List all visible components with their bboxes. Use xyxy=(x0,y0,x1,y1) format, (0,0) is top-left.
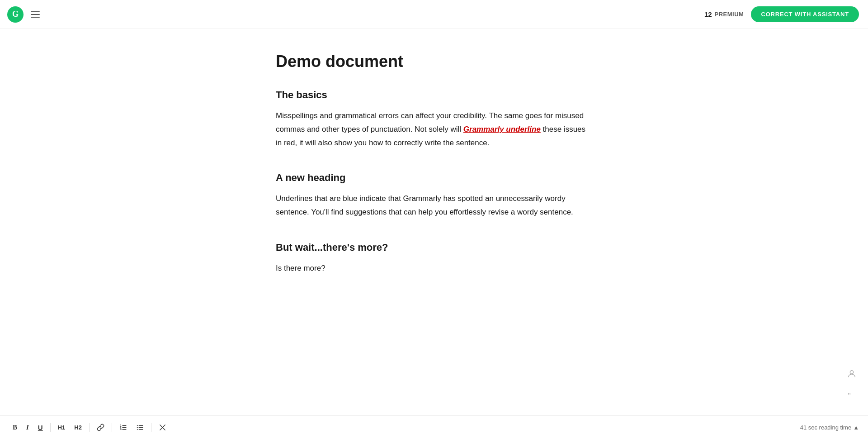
premium-badge: 12 PREMIUM xyxy=(704,10,744,18)
quote-icon[interactable]: " xyxy=(844,388,859,403)
section-new-heading: A new heading Underlines that are blue i… xyxy=(276,172,592,219)
reading-time: 41 sec reading time ▲ xyxy=(800,424,859,431)
svg-text:3.: 3. xyxy=(120,428,122,430)
right-side-icons: " xyxy=(844,367,859,403)
grammarly-logo[interactable]: G xyxy=(7,6,24,23)
premium-label: PREMIUM xyxy=(715,11,744,18)
reading-time-icon: ▲ xyxy=(853,424,859,431)
h2-button[interactable]: H2 xyxy=(71,421,85,434)
section-paragraph-new: Underlines that are blue indicate that G… xyxy=(276,192,592,219)
toolbar-divider-2 xyxy=(89,423,90,432)
italic-button[interactable]: I xyxy=(23,421,33,434)
formatting-toolbar: B I U H1 H2 1. 2. 3. xyxy=(0,415,868,439)
svg-point-12 xyxy=(137,427,138,428)
bold-button[interactable]: B xyxy=(9,421,21,434)
svg-point-0 xyxy=(850,371,853,374)
clear-formatting-button[interactable] xyxy=(155,421,170,434)
premium-count: 12 xyxy=(704,10,712,18)
svg-text:": " xyxy=(848,391,851,401)
underline-button[interactable]: U xyxy=(34,421,47,434)
toolbar-divider-4 xyxy=(151,423,151,432)
section-heading-basics: The basics xyxy=(276,89,592,101)
svg-point-11 xyxy=(137,425,138,426)
header-left: G xyxy=(7,6,42,23)
user-icon[interactable] xyxy=(844,367,859,381)
menu-icon[interactable] xyxy=(29,10,42,19)
document-title: Demo document xyxy=(276,52,592,71)
grammarly-underline-link[interactable]: Grammarly underline xyxy=(463,125,541,134)
unordered-list-button[interactable] xyxy=(132,421,147,434)
link-button[interactable] xyxy=(93,421,108,434)
svg-point-13 xyxy=(137,429,138,430)
section-basics: The basics Misspellings and grammatical … xyxy=(276,89,592,149)
toolbar-divider-1 xyxy=(50,423,51,432)
correct-with-assistant-button[interactable]: CORRECT WITH ASSISTANT xyxy=(751,6,859,22)
section-paragraph-basics: Misspellings and grammatical errors can … xyxy=(276,109,592,149)
ordered-list-button[interactable]: 1. 2. 3. xyxy=(116,421,131,434)
section-but-wait: But wait...there's more? Is there more? xyxy=(276,242,592,275)
document-content: Demo document The basics Misspellings an… xyxy=(276,29,592,334)
toolbar-divider-3 xyxy=(112,423,112,432)
app-header: G 12 PREMIUM CORRECT WITH ASSISTANT xyxy=(0,0,868,29)
section-heading-new: A new heading xyxy=(276,172,592,184)
section-heading-but-wait: But wait...there's more? xyxy=(276,242,592,253)
section-paragraph-but-wait: Is there more? xyxy=(276,262,592,275)
h1-button[interactable]: H1 xyxy=(54,421,69,434)
reading-time-text: 41 sec reading time xyxy=(800,424,851,431)
header-right: 12 PREMIUM CORRECT WITH ASSISTANT xyxy=(704,6,859,22)
